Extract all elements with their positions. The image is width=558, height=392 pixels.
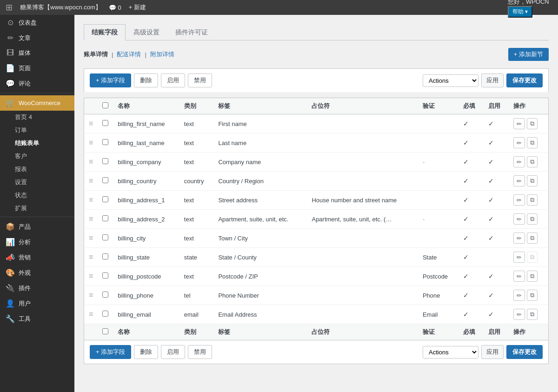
drag-handle[interactable]: ≡ — [89, 139, 93, 146]
row-checkbox[interactable] — [102, 120, 108, 126]
edit-button[interactable]: ✏ — [513, 252, 525, 263]
select-cell[interactable] — [98, 305, 113, 324]
drag-handle[interactable]: ≡ — [89, 272, 93, 280]
copy-button[interactable]: ⧉ — [527, 290, 538, 301]
select-cell[interactable] — [98, 248, 113, 267]
sidebar-sub-home[interactable]: 首页 4 — [0, 111, 74, 124]
tab-advanced[interactable]: 高级设置 — [126, 24, 167, 40]
help-button[interactable]: 帮助 ▾ — [508, 6, 532, 18]
sidebar-item-woocommerce[interactable]: 🛒 WooCommerce — [0, 95, 74, 111]
drag-cell[interactable]: ≡ — [84, 172, 98, 191]
sidebar-item-dashboard[interactable]: ⊙ 仪表盘 — [0, 15, 74, 30]
copy-button[interactable]: ⧉ — [527, 233, 538, 244]
sidebar-item-tools[interactable]: 🔧 工具 — [0, 311, 74, 326]
select-cell[interactable] — [98, 114, 113, 133]
copy-button[interactable]: ⧉ — [527, 271, 538, 282]
copy-button[interactable]: ⧉ — [527, 137, 538, 148]
sidebar-item-posts[interactable]: ✏ 文章 — [0, 30, 74, 46]
sidebar-sub-status[interactable]: 状态 — [0, 189, 74, 202]
drag-cell[interactable]: ≡ — [84, 229, 98, 248]
sidebar-item-marketing[interactable]: 📣 营销 — [0, 250, 74, 265]
tfoot-select[interactable] — [98, 324, 113, 340]
copy-button[interactable]: ⧉ — [527, 252, 538, 263]
save-button-top[interactable]: 保存更改 — [506, 73, 543, 87]
drag-handle[interactable]: ≡ — [89, 234, 93, 242]
row-checkbox[interactable] — [102, 177, 108, 183]
drag-cell[interactable]: ≡ — [84, 133, 98, 153]
drag-handle[interactable]: ≡ — [89, 310, 93, 318]
drag-handle[interactable]: ≡ — [89, 177, 93, 185]
copy-button[interactable]: ⧉ — [527, 156, 538, 167]
new-button[interactable]: + 新建 — [129, 3, 146, 12]
drag-cell[interactable]: ≡ — [84, 153, 98, 172]
sidebar-item-pages[interactable]: 📄 页面 — [0, 60, 74, 76]
row-checkbox[interactable] — [102, 253, 108, 259]
drag-cell[interactable]: ≡ — [84, 305, 98, 324]
drag-handle[interactable]: ≡ — [89, 196, 93, 204]
tab-checkout-fields[interactable]: 结账字段 — [84, 24, 126, 40]
drag-cell[interactable]: ≡ — [84, 286, 98, 305]
row-checkbox[interactable] — [102, 311, 108, 317]
drag-cell[interactable]: ≡ — [84, 248, 98, 267]
sidebar-sub-extensions[interactable]: 扩展 — [0, 202, 74, 215]
sidebar-item-media[interactable]: 🎞 媒体 — [0, 46, 74, 60]
row-checkbox[interactable] — [102, 292, 108, 298]
delete-button-bottom[interactable]: 删除 — [134, 345, 158, 359]
edit-button[interactable]: ✏ — [513, 137, 525, 148]
edit-button[interactable]: ✏ — [513, 290, 525, 301]
save-button-bottom[interactable]: 保存更改 — [506, 345, 543, 359]
sidebar-sub-checkout[interactable]: 结账表单 — [0, 137, 74, 150]
copy-button[interactable]: ⧉ — [527, 118, 538, 129]
drag-handle[interactable]: ≡ — [89, 215, 93, 223]
site-name[interactable]: 糖果博客【www.wpocn.com】 — [20, 3, 101, 12]
select-cell[interactable] — [98, 210, 113, 229]
select-all-checkbox[interactable] — [102, 102, 108, 108]
sidebar-item-analytics[interactable]: 📊 分析 — [0, 234, 74, 250]
sidebar-sub-reports[interactable]: 报表 — [0, 163, 74, 176]
edit-button[interactable]: ✏ — [513, 175, 525, 186]
actions-select-bottom[interactable]: Actions — [423, 346, 478, 359]
copy-button[interactable]: ⧉ — [527, 175, 538, 186]
sidebar-item-products[interactable]: 📦 产品 — [0, 219, 74, 234]
disable-button-bottom[interactable]: 禁用 — [188, 345, 212, 359]
subtab-additional[interactable]: 附加详情 — [150, 50, 174, 59]
drag-cell[interactable]: ≡ — [84, 114, 98, 133]
apply-button-bottom[interactable]: 应用 — [481, 345, 504, 359]
select-cell[interactable] — [98, 229, 113, 248]
copy-button[interactable]: ⧉ — [527, 213, 538, 225]
add-field-button-bottom[interactable]: + 添加字段 — [90, 345, 131, 359]
sidebar-item-users[interactable]: 👤 用户 — [0, 296, 74, 311]
sidebar-item-plugins[interactable]: 🔌 插件 — [0, 280, 74, 296]
row-checkbox[interactable] — [102, 139, 108, 145]
row-checkbox[interactable] — [102, 272, 108, 279]
drag-cell[interactable]: ≡ — [84, 191, 98, 210]
sidebar-sub-settings[interactable]: 设置 — [0, 176, 74, 189]
row-checkbox[interactable] — [102, 234, 108, 240]
drag-handle[interactable]: ≡ — [89, 120, 93, 127]
edit-button[interactable]: ✏ — [513, 213, 525, 225]
drag-handle[interactable]: ≡ — [89, 253, 93, 261]
th-select-all[interactable] — [98, 98, 113, 114]
select-all-footer-checkbox[interactable] — [102, 328, 108, 334]
enable-button-top[interactable]: 启用 — [161, 73, 185, 87]
select-cell[interactable] — [98, 267, 113, 286]
copy-button[interactable]: ⧉ — [527, 194, 538, 206]
delete-button-top[interactable]: 删除 — [134, 73, 158, 87]
select-cell[interactable] — [98, 172, 113, 191]
subtab-billing[interactable]: 账单详情 — [84, 50, 108, 59]
copy-button[interactable]: ⧉ — [527, 309, 538, 320]
drag-cell[interactable]: ≡ — [84, 267, 98, 286]
comments-link[interactable]: 💬 0 — [109, 4, 121, 11]
edit-button[interactable]: ✏ — [513, 194, 525, 206]
row-checkbox[interactable] — [102, 215, 108, 221]
disable-button-top[interactable]: 禁用 — [188, 73, 212, 87]
actions-select-top[interactable]: Actions — [423, 74, 478, 87]
row-checkbox[interactable] — [102, 196, 108, 202]
apply-button-top[interactable]: 应用 — [481, 73, 504, 87]
row-checkbox[interactable] — [102, 158, 108, 164]
select-cell[interactable] — [98, 153, 113, 172]
edit-button[interactable]: ✏ — [513, 118, 525, 129]
add-field-button-top[interactable]: + 添加字段 — [90, 73, 131, 87]
edit-button[interactable]: ✏ — [513, 156, 525, 167]
sidebar-sub-orders[interactable]: 订单 — [0, 124, 74, 137]
